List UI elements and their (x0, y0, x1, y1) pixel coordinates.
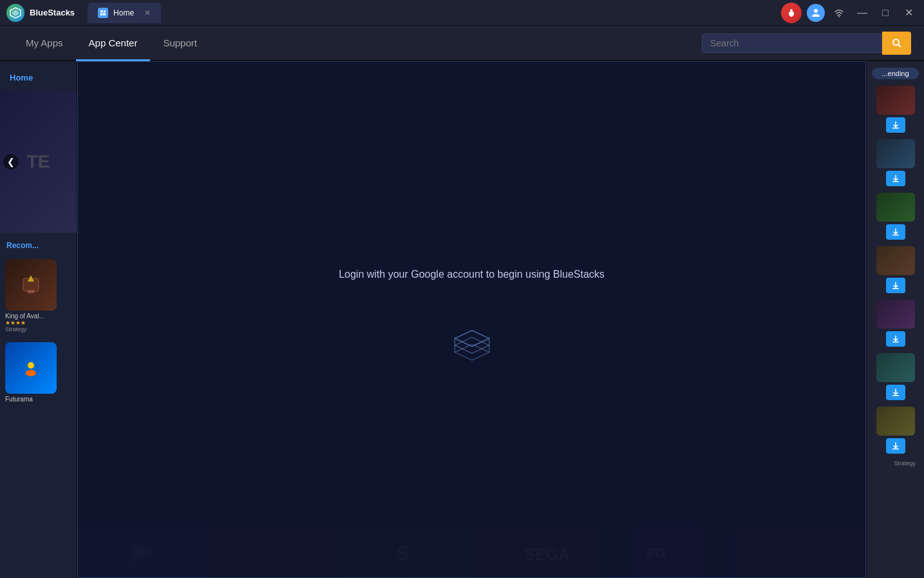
svg-rect-7 (790, 15, 793, 17)
tab-support[interactable]: Support (150, 26, 210, 61)
notifications-icon[interactable] (781, 3, 802, 23)
svg-rect-4 (100, 13, 102, 15)
trending-label: ...ending (872, 68, 919, 79)
right-game-row-7 (872, 407, 919, 454)
featured-game-title: TE (27, 150, 50, 173)
download-button-5[interactable] (886, 331, 905, 347)
download-button-1[interactable] (886, 117, 905, 133)
search-wrapper (702, 34, 882, 53)
svg-rect-3 (104, 10, 106, 12)
svg-rect-41 (892, 288, 899, 289)
search-input[interactable] (710, 38, 874, 48)
svg-point-9 (838, 16, 840, 17)
right-game-row-6 (872, 353, 919, 400)
download-button-6[interactable] (886, 385, 905, 400)
app-logo: BlueStacks (6, 4, 75, 22)
svg-point-16 (28, 362, 34, 369)
right-game-thumb-6 (876, 353, 915, 382)
tab-close-icon[interactable]: ✕ (144, 8, 151, 17)
wifi-icon (830, 4, 848, 22)
close-button[interactable]: ✕ (900, 4, 918, 22)
download-button-2[interactable] (886, 171, 905, 186)
svg-point-10 (893, 39, 899, 45)
svg-rect-39 (892, 181, 899, 182)
app-name: BlueStacks (30, 8, 75, 17)
futurama-game-thumbnail (5, 342, 57, 394)
featured-game-banner[interactable]: TE ❮ (0, 91, 77, 233)
svg-rect-38 (892, 128, 899, 129)
sidebar-game-card-1[interactable]: King of Aval... ★★★★ Strategy (0, 256, 77, 336)
right-game-row-2 (872, 139, 919, 186)
stack-layers-icon (446, 319, 498, 371)
search-button[interactable] (882, 32, 911, 55)
title-bar: BlueStacks Home ✕ (0, 0, 924, 26)
right-game-row-3 (872, 193, 919, 240)
sidebar: Home TE ❮ Recom... King of Aval... (0, 61, 77, 578)
right-game-row-5 (872, 300, 919, 347)
svg-line-11 (898, 44, 901, 47)
svg-point-8 (814, 9, 818, 13)
login-modal: Login with your Google account to begin … (77, 61, 866, 578)
search-area (702, 26, 911, 60)
download-button-7[interactable] (886, 438, 905, 454)
window-controls: — □ ✕ (781, 3, 918, 23)
svg-point-6 (790, 9, 793, 12)
svg-rect-14 (28, 290, 34, 293)
tab-home-icon (98, 8, 108, 18)
maximize-button[interactable]: □ (876, 4, 894, 22)
tab-app-center[interactable]: App Center (76, 26, 151, 61)
svg-rect-44 (892, 448, 899, 450)
minimize-button[interactable]: — (853, 4, 871, 22)
svg-rect-2 (100, 10, 103, 12)
right-game-row-1 (872, 86, 919, 133)
login-title: Login with your Google account to begin … (339, 269, 605, 280)
recommended-label: Recom... (0, 236, 77, 253)
nav-bar: My Apps App Center Support (0, 26, 924, 61)
bluestacks-loading-icon (446, 319, 498, 371)
svg-rect-5 (103, 13, 106, 15)
king-game-stars: ★★★★ (5, 320, 71, 326)
tab-label: Home (113, 8, 134, 17)
svg-point-17 (26, 370, 36, 376)
download-button-4[interactable] (886, 278, 905, 293)
user-icon[interactable] (807, 4, 825, 22)
sidebar-game-card-2[interactable]: Futurama (0, 339, 77, 406)
main-area: Home TE ❮ Recom... King of Aval... (0, 61, 924, 578)
sidebar-home-label[interactable]: Home (0, 68, 77, 88)
carousel-prev-button[interactable]: ❮ (3, 154, 19, 169)
right-game-thumb-7 (876, 407, 915, 436)
right-game-thumb-5 (876, 300, 915, 329)
king-game-name: King of Aval... (5, 313, 71, 320)
king-game-genre: Strategy (5, 326, 71, 332)
strategy-label: Strategy (872, 460, 919, 467)
futurama-game-name: Futurama (5, 396, 71, 403)
right-game-row-4 (872, 246, 919, 293)
right-game-thumb-1 (876, 86, 915, 115)
tab-my-apps[interactable]: My Apps (13, 26, 76, 61)
svg-rect-43 (892, 395, 899, 396)
active-tab[interactable]: Home ✕ (88, 3, 161, 23)
right-panel: ...ending (866, 61, 924, 578)
right-game-thumb-2 (876, 139, 915, 168)
game-image-king (5, 259, 57, 311)
svg-marker-1 (12, 10, 19, 16)
svg-rect-40 (892, 235, 899, 236)
download-button-3[interactable] (886, 224, 905, 240)
svg-rect-42 (892, 342, 899, 343)
center-content: S SEGA PG (77, 61, 866, 578)
king-game-thumbnail (5, 259, 57, 311)
game-image-futurama (5, 342, 57, 394)
right-game-thumb-4 (876, 246, 915, 275)
bluestacks-logo-icon (6, 4, 24, 22)
right-game-thumb-3 (876, 193, 915, 222)
